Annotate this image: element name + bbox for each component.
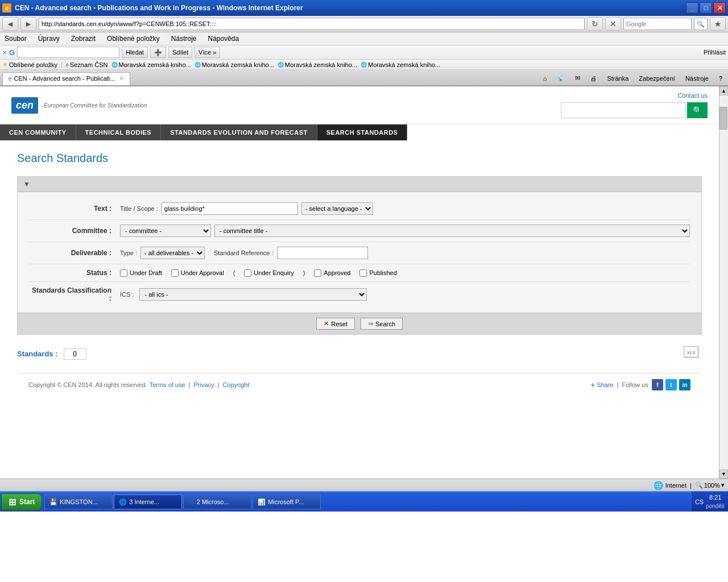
status-under-draft[interactable]: Under Draft (120, 269, 162, 277)
scroll-up-arrow[interactable]: ▲ (719, 86, 728, 95)
scroll-down-arrow[interactable]: ▼ (719, 469, 728, 479)
menu-soubor[interactable]: Soubor (2, 34, 29, 44)
print-button[interactable]: 🖨 (587, 74, 600, 83)
status-under-draft-checkbox[interactable] (120, 269, 127, 277)
status-under-approval-checkbox[interactable] (171, 269, 179, 277)
ie-tab-0[interactable]: e CEN - Advanced search - Publicati... ✕ (2, 72, 130, 85)
page-button[interactable]: Stránka (603, 74, 632, 83)
ics-label: ICS : (120, 291, 134, 298)
google-login[interactable]: Přihlásit (704, 49, 726, 56)
google-search-input[interactable] (17, 47, 119, 58)
status-published[interactable]: Published (359, 269, 396, 277)
status-under-enquiry[interactable]: Under Enquiry (244, 269, 293, 277)
security-button[interactable]: Zabezpečení (635, 74, 679, 83)
std-ref-input[interactable] (277, 247, 368, 259)
google-extra-button[interactable]: ➕ (150, 47, 166, 58)
status-approved[interactable]: Approved (314, 269, 350, 277)
ie-search-button[interactable]: 🔍 (694, 18, 708, 30)
ie-search-input[interactable] (623, 18, 692, 30)
form-header: ▼ (18, 177, 701, 192)
google-more-button[interactable]: Více » (195, 47, 220, 58)
taskbar-items: 💾 KINGSTON... 🌐 3 Interne... W 2 Microso… (42, 494, 692, 509)
text-label: Text : (29, 205, 120, 213)
title-scope-input[interactable] (162, 202, 298, 215)
privacy-link[interactable]: Privacy (193, 381, 214, 388)
reset-button[interactable]: ✕ Reset (316, 318, 355, 330)
status-published-checkbox[interactable] (359, 269, 367, 277)
menu-oblibene[interactable]: Oblíbené položky (105, 34, 162, 44)
share-button[interactable]: + Share (590, 380, 614, 389)
status-under-enquiry-checkbox[interactable] (244, 269, 251, 277)
committee-title-select[interactable]: - committee title - (214, 225, 690, 237)
window-controls: _ □ ✕ (686, 2, 726, 14)
scroll-thumb[interactable] (719, 107, 727, 130)
browser-icon: e (2, 3, 11, 13)
linkedin-icon[interactable]: in (679, 379, 690, 390)
cen-search-button[interactable]: 🔍 (687, 102, 708, 118)
refresh-button[interactable]: ↻ (587, 17, 603, 31)
fav-item-1[interactable]: e Seznam ČSN (66, 61, 108, 68)
minimize-button[interactable]: _ (686, 2, 698, 14)
committee-select[interactable]: - committee - (120, 225, 211, 237)
maximize-button[interactable]: □ (700, 2, 712, 14)
fav-item-5[interactable]: 🌐 Moravská zemská kniho... (361, 61, 440, 68)
taskbar: ⊞ Start 💾 KINGSTON... 🌐 3 Interne... W 2… (0, 491, 728, 512)
terms-link[interactable]: Terms of use (150, 381, 185, 388)
copyright-link[interactable]: Copyright (222, 381, 249, 388)
menu-napoveda[interactable]: Nápověda (206, 34, 242, 44)
tools-button[interactable]: Nástroje (682, 74, 712, 83)
menu-nastroje[interactable]: Nástroje (169, 34, 199, 44)
tab-close-icon[interactable]: ✕ (119, 76, 124, 81)
search-button[interactable]: ⇒ Search (361, 318, 403, 330)
follow-us-text: Follow us (622, 381, 648, 388)
scroll-track[interactable] (719, 95, 728, 469)
type-label: Type : (120, 250, 137, 256)
favorites-bar: ★ Oblíbené položky | e Seznam ČSN 🌐 Mora… (0, 60, 728, 70)
forward-button[interactable]: ► (20, 17, 36, 31)
taskbar-item-0[interactable]: 💾 KINGSTON... (44, 494, 113, 509)
cen-search-box: 🔍 (561, 102, 708, 118)
status-bar-right: 🌐 Internet | 🔍 100% ▾ (653, 481, 725, 490)
facebook-icon[interactable]: f (652, 379, 663, 390)
address-bar[interactable] (39, 18, 585, 30)
nav-cen-community[interactable]: CEN COMMUNITY (0, 124, 76, 140)
nav-standards-evolution[interactable]: STANDARDS EVOLUTION AND FORECAST (161, 124, 317, 140)
google-share-button[interactable]: Sdílet (168, 47, 192, 58)
contact-us-link[interactable]: Contact us (677, 92, 708, 99)
status-approved-checkbox[interactable] (314, 269, 321, 277)
stop-button[interactable]: ✕ (605, 17, 621, 31)
twitter-icon[interactable]: t (665, 379, 677, 390)
help-button[interactable]: ? (715, 74, 726, 83)
vertical-scrollbar[interactable]: ▲ ▼ (719, 86, 728, 479)
google-search-button[interactable]: Hledat (122, 47, 148, 58)
form-collapse-button[interactable]: ▼ (23, 180, 30, 188)
export-icon[interactable]: XLS (684, 346, 702, 361)
title-bar: e CEN - Advanced search - Publications a… (0, 0, 728, 16)
main-area: Search Standards ▼ Text : Title / Scope … (0, 140, 719, 408)
taskbar-item-3[interactable]: 📊 Microsoft P... (253, 494, 321, 509)
mail-button[interactable]: ✉ (572, 73, 584, 83)
fav-item-4[interactable]: 🌐 Moravská zemská kniho... (278, 61, 357, 68)
menu-zobrazit[interactable]: Zobrazit (69, 34, 98, 44)
nav-search-standards[interactable]: SEARCH STANDARDS (317, 124, 408, 140)
status-under-approval[interactable]: Under Approval (171, 269, 224, 277)
taskbar-item-2[interactable]: W 2 Microso... (183, 494, 251, 509)
language-select[interactable]: - select a language - English French Ger… (301, 202, 373, 215)
google-toolbar-close[interactable]: ✕ (2, 49, 7, 56)
fav-item-3[interactable]: 🌐 Moravská zemská kniho... (195, 61, 274, 68)
home-button[interactable]: ⌂ (540, 74, 551, 83)
favorites-button[interactable]: ★ (710, 17, 726, 31)
taskbar-item-1[interactable]: 🌐 3 Interne... (114, 494, 182, 509)
cen-search-input[interactable] (561, 102, 686, 118)
ics-select[interactable]: - all ics - (139, 288, 367, 301)
close-button[interactable]: ✕ (713, 2, 726, 14)
fav-item-0[interactable]: ★ Oblíbené položky (2, 61, 57, 68)
nav-technical-bodies[interactable]: TECHNICAL BODIES (76, 124, 162, 140)
fav-item-2[interactable]: 🌐 Moravská zemská kniho... (111, 61, 191, 68)
rss-button[interactable]: 📡 (553, 73, 568, 83)
type-select[interactable]: - all deliverables - (140, 247, 205, 259)
start-button[interactable]: ⊞ Start (1, 493, 42, 510)
back-button[interactable]: ◄ (2, 17, 18, 31)
main-nav: CEN COMMUNITY TECHNICAL BODIES STANDARDS… (0, 124, 719, 140)
menu-upravy[interactable]: Úpravy (36, 34, 62, 44)
